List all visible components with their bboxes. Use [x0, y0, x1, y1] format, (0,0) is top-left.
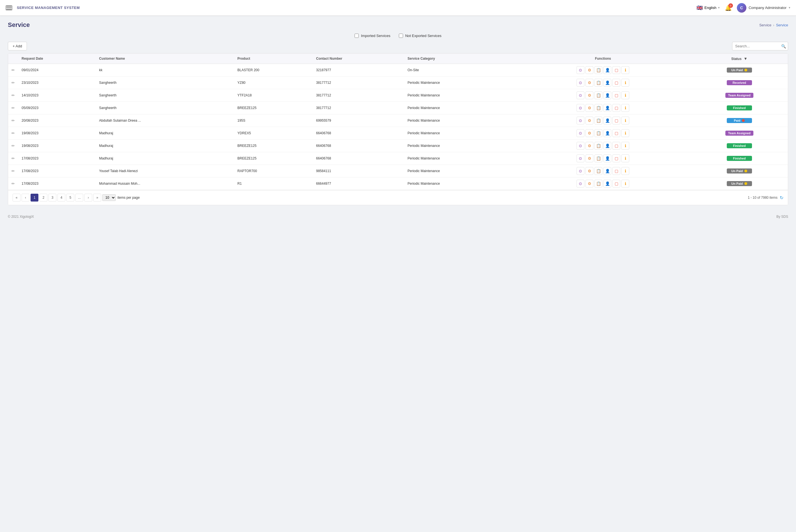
document-icon-button[interactable]: 📋 — [594, 104, 602, 112]
service-category-cell: On-Site — [405, 64, 515, 77]
info-icon-button[interactable]: ℹ — [621, 104, 629, 112]
document-icon-button[interactable]: 📋 — [594, 167, 602, 175]
settings-icon-button[interactable]: ⚙ — [586, 180, 593, 188]
cancel-icon-button[interactable]: ▢ — [612, 117, 620, 125]
service-table: Request Date Customer Name Product Conta… — [8, 54, 788, 190]
last-page-button[interactable]: » — [93, 194, 101, 202]
service-detail-icon-button[interactable]: ⊙ — [576, 129, 584, 137]
service-detail-icon-button[interactable]: ⊙ — [576, 180, 584, 188]
edit-button[interactable]: ✏ — [11, 143, 16, 149]
cancel-icon-button[interactable]: ▢ — [612, 154, 620, 162]
service-detail-icon-button[interactable]: ⊙ — [576, 154, 584, 162]
page-3-button[interactable]: 3 — [49, 194, 56, 202]
service-detail-icon-button[interactable]: ⊙ — [576, 91, 584, 99]
service-detail-icon-button[interactable]: ⊙ — [576, 167, 584, 175]
not-exported-checkbox[interactable] — [399, 34, 403, 38]
assign-user-icon-button[interactable]: 👤 — [603, 79, 611, 87]
refresh-button[interactable]: ↻ — [780, 195, 783, 201]
page-ellipsis-button[interactable]: ... — [75, 194, 83, 202]
cancel-icon-button[interactable]: ▢ — [612, 129, 620, 137]
service-detail-icon-button[interactable]: ⊙ — [576, 117, 584, 125]
cancel-icon-button[interactable]: ▢ — [612, 180, 620, 188]
edit-button[interactable]: ✏ — [11, 118, 16, 123]
edit-button[interactable]: ✏ — [11, 105, 16, 111]
edit-button[interactable]: ✏ — [11, 156, 16, 161]
info-icon-button[interactable]: ℹ — [621, 180, 629, 188]
settings-icon-button[interactable]: ⚙ — [586, 142, 593, 150]
service-detail-icon-button[interactable]: ⊙ — [576, 142, 584, 150]
assign-user-icon-button[interactable]: 👤 — [603, 129, 611, 137]
user-menu-button[interactable]: C Company Administrator ▾ — [737, 3, 790, 13]
status-filter-button[interactable]: ▼ — [744, 56, 747, 61]
notifications-button[interactable]: 🔔 0 — [725, 4, 732, 11]
search-input[interactable] — [732, 42, 788, 51]
status-cell: Un Paid — [691, 64, 788, 77]
info-icon-button[interactable]: ℹ — [621, 142, 629, 150]
service-detail-icon-button[interactable]: ⊙ — [576, 79, 584, 87]
customer-name-cell: Madhuraj — [97, 139, 235, 152]
cancel-icon-button[interactable]: ▢ — [612, 66, 620, 74]
edit-button[interactable]: ✏ — [11, 93, 16, 98]
cancel-icon-button[interactable]: ▢ — [612, 91, 620, 99]
assign-user-icon-button[interactable]: 👤 — [603, 66, 611, 74]
cancel-icon-button[interactable]: ▢ — [612, 142, 620, 150]
page-1-button[interactable]: 1 — [31, 194, 38, 202]
settings-icon-button[interactable]: ⚙ — [586, 167, 593, 175]
settings-icon-button[interactable]: ⚙ — [586, 117, 593, 125]
cancel-icon-button[interactable]: ▢ — [612, 167, 620, 175]
items-per-page-select[interactable]: 10 25 50 — [102, 194, 116, 201]
edit-button[interactable]: ✏ — [11, 80, 16, 86]
hamburger-menu[interactable] — [6, 5, 12, 11]
info-icon-button[interactable]: ℹ — [621, 129, 629, 137]
assign-user-icon-button[interactable]: 👤 — [603, 167, 611, 175]
settings-icon-button[interactable]: ⚙ — [586, 66, 593, 74]
status-badge: Finished — [727, 106, 752, 110]
cancel-icon-button[interactable]: ▢ — [612, 79, 620, 87]
assign-user-icon-button[interactable]: 👤 — [603, 104, 611, 112]
imported-services-checkbox[interactable] — [355, 34, 359, 38]
document-icon-button[interactable]: 📋 — [594, 129, 602, 137]
settings-icon-button[interactable]: ⚙ — [586, 79, 593, 87]
document-icon-button[interactable]: 📋 — [594, 142, 602, 150]
page-5-button[interactable]: 5 — [67, 194, 74, 202]
document-icon-button[interactable]: 📋 — [594, 91, 602, 99]
table-row: ✏19/08/2023MadhurajBREEZE12566406768Peri… — [8, 139, 788, 152]
info-icon-button[interactable]: ℹ — [621, 91, 629, 99]
prev-page-button[interactable]: ‹ — [22, 194, 30, 202]
document-icon-button[interactable]: 📋 — [594, 180, 602, 188]
product-cell: YDREX5 — [235, 127, 314, 139]
edit-button[interactable]: ✏ — [11, 181, 16, 186]
page-4-button[interactable]: 4 — [57, 194, 65, 202]
service-detail-icon-button[interactable]: ⊙ — [576, 66, 584, 74]
document-icon-button[interactable]: 📋 — [594, 117, 602, 125]
settings-icon-button[interactable]: ⚙ — [586, 104, 593, 112]
assign-user-icon-button[interactable]: 👤 — [603, 154, 611, 162]
next-page-button[interactable]: › — [84, 194, 92, 202]
language-selector[interactable]: 🇬🇧 English ▾ — [697, 5, 720, 11]
settings-icon-button[interactable]: ⚙ — [586, 129, 593, 137]
first-page-button[interactable]: « — [13, 194, 20, 202]
assign-user-icon-button[interactable]: 👤 — [603, 117, 611, 125]
settings-icon-button[interactable]: ⚙ — [586, 91, 593, 99]
info-icon-button[interactable]: ℹ — [621, 79, 629, 87]
request-date-cell: 14/10/2023 — [19, 89, 97, 102]
settings-icon-button[interactable]: ⚙ — [586, 154, 593, 162]
edit-button[interactable]: ✏ — [11, 168, 16, 174]
customer-name-cell: Sangheerth — [97, 77, 235, 89]
page-2-button[interactable]: 2 — [39, 194, 48, 202]
edit-button[interactable]: ✏ — [11, 67, 16, 73]
document-icon-button[interactable]: 📋 — [594, 154, 602, 162]
add-button[interactable]: + Add — [8, 42, 27, 51]
info-icon-button[interactable]: ℹ — [621, 117, 629, 125]
assign-user-icon-button[interactable]: 👤 — [603, 180, 611, 188]
info-icon-button[interactable]: ℹ — [621, 154, 629, 162]
info-icon-button[interactable]: ℹ — [621, 167, 629, 175]
assign-user-icon-button[interactable]: 👤 — [603, 91, 611, 99]
document-icon-button[interactable]: 📋 — [594, 66, 602, 74]
assign-user-icon-button[interactable]: 👤 — [603, 142, 611, 150]
info-icon-button[interactable]: ℹ — [621, 66, 629, 74]
edit-button[interactable]: ✏ — [11, 130, 16, 136]
document-icon-button[interactable]: 📋 — [594, 79, 602, 87]
service-detail-icon-button[interactable]: ⊙ — [576, 104, 584, 112]
cancel-icon-button[interactable]: ▢ — [612, 104, 620, 112]
